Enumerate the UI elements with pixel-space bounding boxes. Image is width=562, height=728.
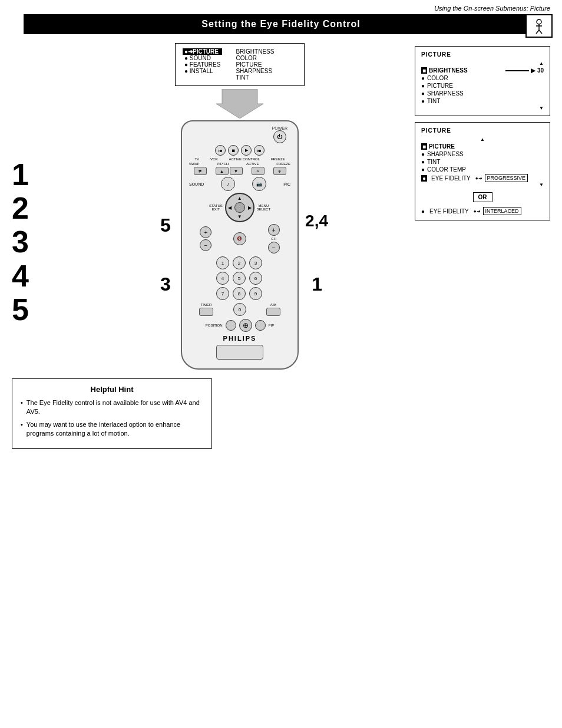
- aim-label: AIM: [270, 303, 277, 307]
- step-1: 1: [12, 158, 65, 192]
- nav-circle[interactable]: ▲ ▼ ◀ ▶: [225, 193, 254, 222]
- tint-item-1: ●TINT: [421, 98, 544, 104]
- vol-up-button[interactable]: +: [200, 226, 211, 238]
- hint-title: Helpful Hint: [21, 385, 203, 394]
- sharpness-item-1: ●SHARPNESS: [421, 90, 544, 97]
- exit-label: EXIT: [212, 207, 220, 211]
- position-right-button[interactable]: [255, 320, 266, 331]
- vol-down-button[interactable]: −: [200, 239, 211, 251]
- hint-item-1: • The Eye Fidelity control is not availa…: [21, 398, 203, 417]
- ch-label: CH: [271, 237, 276, 241]
- menu-picture-selected: ●➜PICTURE: [183, 48, 222, 55]
- screen-menu-2: PICTURE ▲ ■ PICTURE ●SHARPNESS ●TINT ●CO…: [415, 122, 550, 220]
- timer-button[interactable]: [199, 308, 213, 316]
- position-left-button[interactable]: [226, 320, 236, 331]
- sound-button[interactable]: ♪: [221, 177, 235, 191]
- menu-tint: TINT: [234, 74, 276, 81]
- svg-line-3: [536, 30, 539, 34]
- power-label: POWER: [272, 126, 287, 130]
- rewind-button[interactable]: ⏮: [215, 145, 226, 156]
- step-overlay-1: 1: [312, 274, 322, 295]
- progressive-label: PROGRESSIVE: [485, 174, 528, 182]
- num-2[interactable]: 2: [233, 256, 246, 269]
- timer-label: TIMER: [201, 303, 212, 307]
- menu-features: ● FEATURES: [183, 61, 222, 68]
- pip-label-remote: PIP: [269, 324, 275, 327]
- num-7[interactable]: 7: [216, 287, 229, 300]
- num-3[interactable]: 3: [249, 256, 262, 269]
- pip-down-button[interactable]: ▼: [230, 167, 243, 175]
- stop-button[interactable]: ⏹: [228, 145, 239, 156]
- onscreen-menu: ●➜PICTURE ● SOUND ● FEATURES ● INSTALL B…: [175, 43, 305, 86]
- num-8[interactable]: 8: [233, 287, 246, 300]
- steps-column: 1 2 3 4 5: [12, 40, 65, 327]
- scroll-up-1: ▲: [421, 61, 544, 66]
- color-temp-item: ●COLOR TEMP: [421, 166, 544, 173]
- sharpness-item-2: ●SHARPNESS: [421, 151, 544, 157]
- num-4[interactable]: 4: [216, 272, 229, 285]
- screen-menus: PICTURE ▲ ■ BRIGHTNESS ▶ 30 ●COLOR ●PICT…: [415, 40, 550, 220]
- vcr-label: VCR: [210, 157, 218, 161]
- step-3: 3: [12, 225, 65, 259]
- aim-button[interactable]: [266, 308, 280, 316]
- remote-wrapper: 5 2,4 3 1 POWER ⏻ ⏮ ⏹ ▶ ⏭: [181, 120, 299, 370]
- num-5[interactable]: 5: [233, 272, 246, 285]
- freeze-button[interactable]: ❄: [273, 167, 286, 175]
- select-label: SELECT: [257, 207, 270, 211]
- step-overlay-5: 5: [160, 215, 171, 236]
- page-title: Setting the Eye Fidelity Control: [24, 14, 538, 34]
- freeze-label: FREEZE: [271, 157, 285, 161]
- hint-box: Helpful Hint • The Eye Fidelity control …: [12, 378, 212, 449]
- ch-down-button[interactable]: −: [268, 242, 280, 253]
- power-button[interactable]: ⏻: [273, 130, 286, 143]
- remote-bottom-bar: [216, 345, 263, 360]
- step-4: 4: [12, 259, 65, 293]
- step-overlay-3: 3: [160, 274, 171, 295]
- num-9[interactable]: 9: [249, 287, 262, 300]
- title-icon: [525, 14, 553, 38]
- active-control-label: ACTIVE CONTROL: [229, 157, 260, 161]
- num-6[interactable]: 6: [249, 272, 262, 285]
- pic-button[interactable]: 📷: [252, 177, 266, 191]
- picture-item-2: ■ PICTURE: [421, 143, 544, 150]
- nav-center[interactable]: [234, 202, 245, 213]
- menu-picture: PICTURE: [234, 61, 276, 68]
- eye-fidelity-progressive-row: ● EYE FIDELITY ●➜ PROGRESSIVE: [421, 174, 544, 182]
- mute-button[interactable]: 🔇: [233, 232, 246, 245]
- or-box: OR: [473, 192, 492, 202]
- menu-sound: ● SOUND: [183, 55, 222, 61]
- color-item-1: ●COLOR: [421, 75, 544, 81]
- scroll-down-1: ▼: [421, 106, 544, 111]
- num-1[interactable]: 1: [216, 256, 229, 269]
- menu-brightness: BRIGHTNESS: [234, 48, 276, 55]
- svg-point-0: [537, 19, 541, 24]
- page-subtitle: Using the On-screen Submenus: Picture: [0, 0, 562, 14]
- numpad: 1 2 3 4 5 6 7 8 9: [216, 256, 263, 300]
- active-button[interactable]: A: [252, 167, 265, 175]
- swap-label: SWAP: [189, 162, 199, 166]
- interlaced-label: INTERLACED: [483, 207, 521, 215]
- active-label: ACTIVE: [246, 162, 259, 166]
- ch-up-button[interactable]: +: [268, 224, 280, 236]
- pip-up-button[interactable]: ▲: [216, 167, 229, 175]
- menu-install: ● INSTALL: [183, 68, 222, 74]
- position-label: POSITION: [206, 324, 223, 327]
- menu-sharpness: SHARPNESS: [234, 68, 276, 74]
- remote-control: POWER ⏻ ⏮ ⏹ ▶ ⏭ TV VCR ACTIVE CONTROL FR…: [181, 120, 299, 370]
- menu-color: COLOR: [234, 55, 276, 61]
- screen-menu-1-title: PICTURE: [421, 51, 544, 58]
- swap-button[interactable]: ⇄: [194, 167, 207, 175]
- tint-item-2: ●TINT: [421, 159, 544, 165]
- fastforward-button[interactable]: ⏭: [254, 145, 265, 156]
- freeze-2-label: FREEZE: [276, 162, 290, 166]
- eye-fidelity-interlaced-row: ● EYE FIDELITY ●➜ INTERLACED: [421, 207, 544, 215]
- brightness-item: ■ BRIGHTNESS ▶ 30: [421, 67, 544, 74]
- num-0[interactable]: 0: [233, 303, 246, 316]
- step-5: 5: [12, 293, 65, 327]
- menu-arrow: [216, 89, 263, 118]
- step-2: 2: [12, 192, 65, 225]
- pip-position-button[interactable]: ⊕: [239, 319, 252, 332]
- hint-item-2: • You may want to use the interlaced opt…: [21, 420, 203, 439]
- pic-label: PIC: [283, 182, 290, 186]
- play-button[interactable]: ▶: [241, 145, 252, 156]
